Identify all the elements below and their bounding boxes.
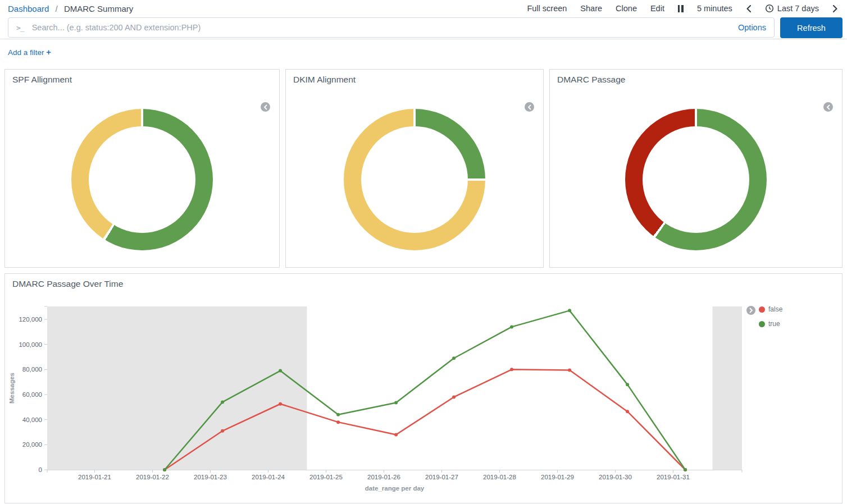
circle-chevron-left-icon	[826, 104, 831, 110]
time-back-button[interactable]	[746, 4, 752, 13]
pause-icon[interactable]	[678, 5, 684, 12]
svg-text:2019-01-23: 2019-01-23	[194, 474, 227, 480]
dkim-alignment-donut-chart[interactable]	[344, 109, 485, 250]
time-range-picker[interactable]: Last 7 days	[765, 4, 819, 13]
legend-collapse-button[interactable]	[823, 102, 833, 112]
svg-text:2019-01-31: 2019-01-31	[657, 474, 690, 480]
legend-item-false[interactable]: false	[759, 305, 782, 313]
svg-text:60,000: 60,000	[22, 391, 42, 398]
dashboard-grid: SPF Allignment DKIM Alignment DMARC Pass…	[0, 69, 847, 503]
series-false-point[interactable]	[568, 368, 571, 372]
query-bar: >_ Options Refresh	[0, 16, 847, 39]
legend-collapse-button[interactable]	[525, 102, 534, 112]
svg-text:date_range per day: date_range per day	[365, 485, 425, 492]
refresh-button[interactable]: Refresh	[780, 17, 843, 38]
search-box[interactable]: >_ Options	[8, 17, 775, 38]
legend-expand-button[interactable]	[746, 306, 755, 315]
dashboard-menu: Full screen Share Clone Edit 5 minutes L…	[527, 4, 838, 13]
series-true-point[interactable]	[279, 369, 282, 373]
svg-text:2019-01-28: 2019-01-28	[483, 474, 516, 480]
panel-title: SPF Allignment	[5, 70, 279, 90]
search-input[interactable]	[31, 22, 731, 33]
dmarc-passage-over-time-chart[interactable]: 2019-01-212019-01-222019-01-232019-01-24…	[5, 274, 842, 502]
menu-edit[interactable]: Edit	[650, 4, 664, 13]
svg-text:20,000: 20,000	[22, 441, 42, 448]
svg-text:2019-01-29: 2019-01-29	[541, 474, 574, 480]
out-of-range-shade-right	[712, 306, 742, 470]
menu-full-screen[interactable]: Full screen	[527, 4, 567, 13]
svg-text:100,000: 100,000	[19, 341, 42, 348]
svg-text:80,000: 80,000	[22, 366, 42, 373]
panel-dkim-alignment: DKIM Alignment	[285, 69, 544, 268]
legend-color-dot	[759, 306, 765, 313]
top-nav-bar: Dashboard / DMARC Summary Full screen Sh…	[0, 0, 847, 16]
panel-spf-allignment: SPF Allignment	[4, 69, 280, 268]
svg-text:2019-01-30: 2019-01-30	[599, 474, 632, 480]
series-true-point[interactable]	[626, 383, 629, 386]
svg-text:2019-01-26: 2019-01-26	[367, 474, 400, 480]
menu-share[interactable]: Share	[580, 4, 602, 13]
add-filter-link[interactable]: Add a filter +	[8, 48, 51, 57]
series-true-point[interactable]	[452, 356, 456, 360]
dmarc-passage-donut-chart[interactable]	[625, 109, 767, 250]
clock-icon	[765, 4, 774, 13]
circle-chevron-right-icon	[749, 308, 753, 313]
options-link[interactable]: Options	[738, 23, 766, 32]
svg-text:2019-01-24: 2019-01-24	[252, 474, 285, 480]
svg-text:120,000: 120,000	[19, 316, 42, 323]
svg-text:Messages: Messages	[8, 373, 15, 404]
series-false-point[interactable]	[336, 420, 340, 424]
series-false-point[interactable]	[221, 429, 224, 433]
svg-text:2019-01-21: 2019-01-21	[78, 474, 111, 480]
refresh-interval-picker[interactable]: 5 minutes	[697, 4, 732, 13]
series-false-point[interactable]	[510, 368, 513, 371]
legend-label: true	[768, 320, 780, 328]
series-true-point[interactable]	[684, 468, 687, 471]
breadcrumb: Dashboard / DMARC Summary	[8, 4, 133, 13]
chevron-right-icon	[832, 4, 838, 13]
plus-icon: +	[46, 48, 51, 57]
svg-text:2019-01-27: 2019-01-27	[425, 474, 458, 480]
panel-title: DMARC Passage	[550, 70, 842, 90]
chart-legend: falsetrue	[759, 305, 782, 335]
time-range-label: Last 7 days	[777, 4, 819, 13]
circle-chevron-left-icon	[263, 104, 268, 110]
svg-text:0: 0	[39, 466, 42, 473]
legend-item-true[interactable]: true	[759, 320, 782, 328]
query-prompt-icon: >_	[16, 24, 24, 32]
legend-label: false	[768, 305, 782, 313]
breadcrumb-separator: /	[56, 4, 58, 13]
series-false-point[interactable]	[452, 395, 456, 398]
filter-bar: Add a filter +	[0, 39, 847, 69]
svg-text:2019-01-22: 2019-01-22	[136, 474, 169, 480]
circle-chevron-left-icon	[527, 104, 532, 110]
panel-dmarc-passage-over-time: DMARC Passage Over Time 2019-01-212019-0…	[4, 273, 843, 503]
series-true-point[interactable]	[510, 325, 513, 328]
series-true-point[interactable]	[221, 400, 224, 404]
series-false-point[interactable]	[394, 433, 398, 436]
series-false-point[interactable]	[626, 410, 629, 413]
add-filter-label: Add a filter	[8, 48, 44, 57]
series-false-point[interactable]	[279, 402, 282, 406]
panel-dmarc-passage: DMARC Passage	[549, 69, 843, 268]
legend-color-dot	[759, 321, 765, 327]
page-title: DMARC Summary	[64, 4, 133, 13]
svg-text:2019-01-25: 2019-01-25	[309, 474, 343, 480]
time-forward-button[interactable]	[832, 4, 838, 13]
breadcrumb-dashboard-link[interactable]: Dashboard	[8, 4, 49, 13]
out-of-range-shade-left	[47, 306, 307, 470]
chevron-left-icon	[746, 4, 752, 13]
panel-title: DKIM Alignment	[286, 70, 543, 90]
spf-allignment-donut-chart[interactable]	[71, 109, 213, 250]
legend-collapse-button[interactable]	[261, 102, 270, 112]
series-true-point[interactable]	[163, 468, 166, 471]
menu-clone[interactable]: Clone	[616, 4, 637, 13]
svg-text:40,000: 40,000	[22, 416, 42, 423]
series-true-point[interactable]	[336, 413, 340, 416]
series-true-point[interactable]	[568, 309, 571, 312]
series-true-point[interactable]	[394, 401, 398, 405]
